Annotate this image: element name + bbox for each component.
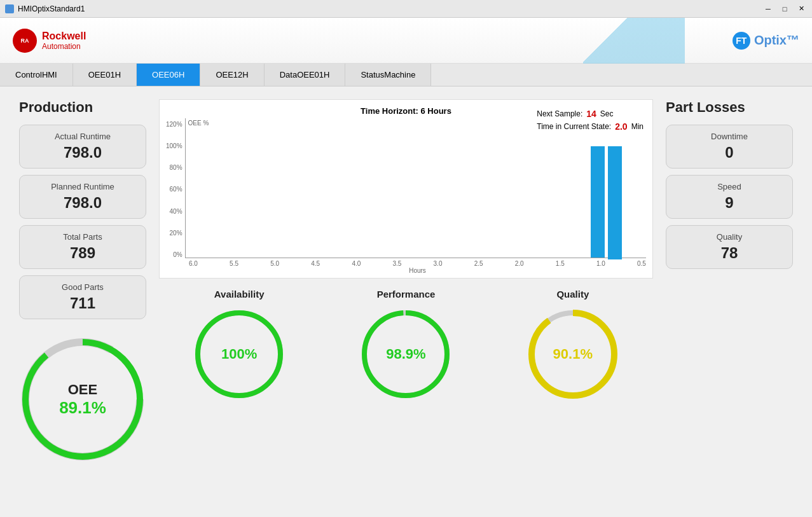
window-title: HMIOptixStandard1 [18, 4, 85, 13]
performance-gauge-container: Performance 98.9% [355, 289, 457, 504]
sample-info: Next Sample: 14 Sec Time in Current Stat… [537, 109, 643, 132]
availability-value: 100% [221, 346, 257, 362]
speed-card: Speed 9 [666, 175, 793, 219]
availability-title: Availability [214, 289, 265, 300]
next-sample-value: 14 [586, 109, 596, 119]
part-losses-title: Part Losses [666, 99, 793, 116]
planned-runtime-value: 798.0 [30, 194, 135, 212]
logo-text: Rockwell Automation [42, 31, 86, 51]
tab-dataoee01h[interactable]: DataOEE01H [265, 64, 346, 86]
close-button[interactable]: ✕ [795, 3, 807, 15]
speed-value: 9 [677, 194, 782, 212]
optix-branding: FT Optix™ [733, 32, 799, 50]
quality-value: 90.1% [553, 346, 593, 362]
chart-bar-1 [591, 146, 605, 258]
quality-center: 90.1% [553, 346, 593, 362]
title-bar: HMIOptixStandard1 ─ □ ✕ [0, 0, 812, 18]
chart-y-axis: 120% 100% 80% 60% 40% 20% 0% [166, 118, 185, 258]
tab-oee06h[interactable]: OEE06H [137, 64, 200, 86]
chart-x-label: Hours [166, 267, 646, 274]
production-panel: Production Actual Runtime 798.0 Planned … [19, 99, 146, 504]
good-parts-value: 711 [30, 294, 135, 312]
speed-label: Speed [677, 182, 782, 191]
logo-area: RA Rockwell Automation [13, 29, 86, 53]
availability-center: 100% [221, 346, 257, 362]
oee-y-label: OEE % [188, 120, 209, 127]
availability-gauge: 100% [188, 303, 290, 405]
oee-gauge: OEE 89.1% [13, 329, 153, 469]
chart-body: 120% 100% 80% 60% 40% 20% 0% OEE % [166, 118, 646, 258]
bottom-gauges: Availability 100% Performance [159, 289, 653, 504]
oee-center-text: OEE 89.1% [59, 382, 106, 418]
nav-tabs: ControlHMI OEE01H OEE06H OEE12H DataOEE0… [0, 64, 812, 86]
total-parts-value: 789 [30, 244, 135, 262]
time-in-state-row: Time in Current State: 2.0 Min [537, 121, 643, 132]
chart-panel: Time Horizont: 6 Hours 120% 100% 80% 60%… [159, 99, 653, 279]
total-parts-label: Total Parts [30, 232, 135, 242]
tab-oee12h[interactable]: OEE12H [200, 64, 264, 86]
downtime-label: Downtime [677, 132, 782, 141]
chart-bars-area: OEE % [185, 118, 646, 258]
part-losses-panel: Part Losses Downtime 0 Speed 9 Quality 7… [666, 99, 793, 504]
availability-gauge-container: Availability 100% [188, 289, 290, 504]
actual-runtime-value: 798.0 [30, 144, 135, 162]
window-controls: ─ □ ✕ [762, 3, 807, 15]
quality-gauge-container: Quality 90.1% [522, 289, 624, 504]
time-in-state-label: Time in Current State: [537, 122, 611, 131]
oee-label: OEE [59, 382, 106, 398]
production-title: Production [19, 99, 146, 116]
optix-label: Optix™ [754, 33, 799, 48]
planned-runtime-card: Planned Runtime 798.0 [19, 175, 146, 219]
actual-runtime-card: Actual Runtime 798.0 [19, 125, 146, 169]
maximize-button[interactable]: □ [779, 3, 790, 15]
quality-losses-card: Quality 78 [666, 225, 793, 269]
minimize-button[interactable]: ─ [762, 3, 774, 15]
optix-icon: FT [733, 32, 750, 50]
quality-gauge: 90.1% [522, 303, 624, 405]
next-sample-label: Next Sample: [537, 109, 582, 118]
performance-title: Performance [377, 289, 436, 300]
next-sample-row: Next Sample: 14 Sec [537, 109, 643, 119]
downtime-card: Downtime 0 [666, 125, 793, 169]
tab-oee01h[interactable]: OEE01H [73, 64, 137, 86]
good-parts-label: Good Parts [30, 282, 135, 292]
performance-value: 98.9% [386, 346, 425, 362]
tab-statusmachine[interactable]: StatusMachine [345, 64, 431, 86]
quality-losses-value: 78 [677, 244, 782, 262]
main-content: Production Actual Runtime 798.0 Planned … [0, 86, 812, 517]
oee-gauge-container: OEE 89.1% [19, 329, 146, 469]
total-parts-card: Total Parts 789 [19, 225, 146, 269]
time-in-state-value: 2.0 [615, 121, 627, 132]
time-in-state-unit: Min [631, 122, 643, 131]
performance-center: 98.9% [386, 346, 425, 362]
performance-gauge: 98.9% [355, 303, 457, 405]
chart-bar-2 [608, 146, 622, 258]
chart-x-axis: 6.0 5.5 5.0 4.5 4.0 3.5 3.0 2.5 2.0 1.5 … [166, 260, 646, 267]
tab-controlhmi[interactable]: ControlHMI [0, 64, 73, 86]
downtime-value: 0 [677, 144, 782, 162]
header-decoration [583, 18, 685, 64]
actual-runtime-label: Actual Runtime [30, 132, 135, 141]
app-icon [5, 4, 14, 13]
planned-runtime-label: Planned Runtime [30, 182, 135, 191]
good-parts-card: Good Parts 711 [19, 275, 146, 319]
center-panel: Time Horizont: 6 Hours 120% 100% 80% 60%… [159, 99, 653, 504]
header: RA Rockwell Automation FT Optix™ [0, 18, 812, 64]
quality-losses-label: Quality [677, 232, 782, 242]
next-sample-unit: Sec [600, 109, 614, 118]
ra-logo: RA [13, 29, 37, 53]
chart-bar-marker [608, 258, 622, 259]
oee-value: 89.1% [59, 398, 106, 418]
quality-title: Quality [556, 289, 589, 300]
